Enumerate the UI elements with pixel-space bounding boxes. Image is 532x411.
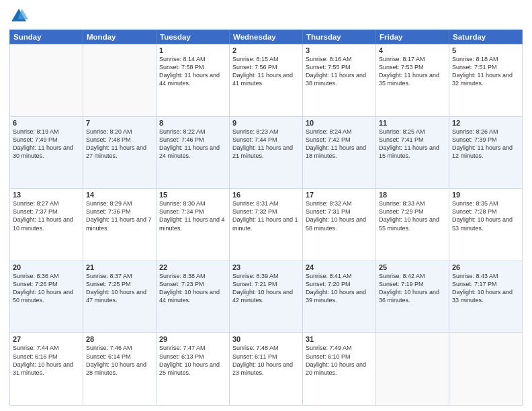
weekday-header-saturday: Saturday	[449, 30, 523, 44]
day-info: Sunrise: 8:37 AM Sunset: 7:25 PM Dayligh…	[86, 272, 153, 305]
day-info: Sunrise: 8:39 AM Sunset: 7:21 PM Dayligh…	[232, 272, 300, 305]
calendar-cell	[10, 44, 83, 117]
day-info: Sunrise: 8:19 AM Sunset: 7:49 PM Dayligh…	[13, 128, 80, 161]
day-number: 2	[232, 46, 300, 54]
day-number: 29	[159, 335, 226, 343]
day-info: Sunrise: 8:41 AM Sunset: 7:20 PM Dayligh…	[306, 272, 373, 305]
week-row-2: 13Sunrise: 8:27 AM Sunset: 7:37 PM Dayli…	[10, 189, 523, 261]
day-number: 14	[86, 191, 153, 199]
calendar-cell: 8Sunrise: 8:22 AM Sunset: 7:46 PM Daylig…	[157, 116, 230, 189]
header	[9, 7, 523, 26]
calendar-cell: 19Sunrise: 8:35 AM Sunset: 7:28 PM Dayli…	[449, 189, 523, 261]
day-number: 15	[159, 191, 226, 199]
day-info: Sunrise: 8:26 AM Sunset: 7:39 PM Dayligh…	[452, 128, 519, 161]
logo-icon	[9, 7, 28, 26]
day-number: 26	[452, 263, 519, 271]
calendar-cell: 7Sunrise: 8:20 AM Sunset: 7:48 PM Daylig…	[83, 116, 157, 189]
day-number: 28	[86, 335, 153, 343]
calendar-cell: 21Sunrise: 8:37 AM Sunset: 7:25 PM Dayli…	[83, 261, 157, 333]
day-number: 7	[86, 119, 153, 127]
day-number: 10	[306, 119, 373, 127]
calendar-cell: 23Sunrise: 8:39 AM Sunset: 7:21 PM Dayli…	[230, 261, 303, 333]
day-info: Sunrise: 8:31 AM Sunset: 7:32 PM Dayligh…	[232, 199, 300, 232]
calendar-cell: 13Sunrise: 8:27 AM Sunset: 7:37 PM Dayli…	[10, 189, 83, 261]
day-info: Sunrise: 8:18 AM Sunset: 7:51 PM Dayligh…	[452, 55, 519, 88]
calendar-cell: 10Sunrise: 8:24 AM Sunset: 7:42 PM Dayli…	[303, 116, 376, 189]
calendar-cell: 20Sunrise: 8:36 AM Sunset: 7:26 PM Dayli…	[10, 261, 83, 333]
calendar-cell: 12Sunrise: 8:26 AM Sunset: 7:39 PM Dayli…	[449, 116, 523, 189]
day-info: Sunrise: 8:32 AM Sunset: 7:31 PM Dayligh…	[306, 199, 373, 232]
day-number: 13	[13, 191, 80, 199]
calendar-cell: 2Sunrise: 8:15 AM Sunset: 7:56 PM Daylig…	[230, 44, 303, 117]
day-info: Sunrise: 8:14 AM Sunset: 7:58 PM Dayligh…	[159, 55, 226, 88]
day-info: Sunrise: 8:15 AM Sunset: 7:56 PM Dayligh…	[232, 55, 300, 88]
calendar-cell: 16Sunrise: 8:31 AM Sunset: 7:32 PM Dayli…	[230, 189, 303, 261]
calendar-cell	[83, 44, 157, 117]
day-info: Sunrise: 8:20 AM Sunset: 7:48 PM Dayligh…	[86, 128, 153, 161]
calendar-cell: 15Sunrise: 8:30 AM Sunset: 7:34 PM Dayli…	[157, 189, 230, 261]
day-info: Sunrise: 8:42 AM Sunset: 7:19 PM Dayligh…	[379, 272, 446, 305]
day-info: Sunrise: 8:22 AM Sunset: 7:46 PM Dayligh…	[159, 128, 226, 161]
calendar-cell: 31Sunrise: 7:49 AM Sunset: 6:10 PM Dayli…	[303, 333, 376, 406]
day-number: 4	[379, 46, 446, 54]
day-number: 5	[452, 46, 519, 54]
day-number: 23	[232, 263, 300, 271]
calendar-cell: 26Sunrise: 8:43 AM Sunset: 7:17 PM Dayli…	[449, 261, 523, 333]
weekday-header-row: SundayMondayTuesdayWednesdayThursdayFrid…	[10, 30, 523, 44]
day-number: 22	[159, 263, 226, 271]
day-number: 21	[86, 263, 153, 271]
week-row-0: 1Sunrise: 8:14 AM Sunset: 7:58 PM Daylig…	[10, 44, 523, 117]
day-info: Sunrise: 8:16 AM Sunset: 7:55 PM Dayligh…	[306, 55, 373, 88]
day-info: Sunrise: 8:17 AM Sunset: 7:53 PM Dayligh…	[379, 55, 446, 88]
calendar-cell: 9Sunrise: 8:23 AM Sunset: 7:44 PM Daylig…	[230, 116, 303, 189]
calendar-cell: 11Sunrise: 8:25 AM Sunset: 7:41 PM Dayli…	[376, 116, 449, 189]
day-number: 11	[379, 119, 446, 127]
day-number: 1	[159, 46, 226, 54]
day-info: Sunrise: 8:38 AM Sunset: 7:23 PM Dayligh…	[159, 272, 226, 305]
day-number: 8	[159, 119, 226, 127]
day-number: 18	[379, 191, 446, 199]
day-info: Sunrise: 8:27 AM Sunset: 7:37 PM Dayligh…	[13, 199, 80, 232]
day-number: 17	[306, 191, 373, 199]
calendar-table: SundayMondayTuesdayWednesdayThursdayFrid…	[9, 30, 523, 406]
weekday-header-sunday: Sunday	[10, 30, 83, 44]
calendar-cell	[449, 333, 523, 406]
calendar-cell: 4Sunrise: 8:17 AM Sunset: 7:53 PM Daylig…	[376, 44, 449, 117]
calendar-cell: 25Sunrise: 8:42 AM Sunset: 7:19 PM Dayli…	[376, 261, 449, 333]
page: SundayMondayTuesdayWednesdayThursdayFrid…	[0, 0, 532, 411]
calendar-cell: 17Sunrise: 8:32 AM Sunset: 7:31 PM Dayli…	[303, 189, 376, 261]
weekday-header-wednesday: Wednesday	[230, 30, 303, 44]
day-info: Sunrise: 8:25 AM Sunset: 7:41 PM Dayligh…	[379, 128, 446, 161]
calendar-cell: 29Sunrise: 7:47 AM Sunset: 6:13 PM Dayli…	[157, 333, 230, 406]
day-number: 20	[13, 263, 80, 271]
day-number: 25	[379, 263, 446, 271]
day-info: Sunrise: 8:36 AM Sunset: 7:26 PM Dayligh…	[13, 272, 80, 305]
day-info: Sunrise: 7:44 AM Sunset: 6:16 PM Dayligh…	[13, 344, 80, 377]
calendar-cell: 24Sunrise: 8:41 AM Sunset: 7:20 PM Dayli…	[303, 261, 376, 333]
day-info: Sunrise: 8:30 AM Sunset: 7:34 PM Dayligh…	[159, 199, 226, 232]
calendar-cell: 22Sunrise: 8:38 AM Sunset: 7:23 PM Dayli…	[157, 261, 230, 333]
day-info: Sunrise: 8:35 AM Sunset: 7:28 PM Dayligh…	[452, 199, 519, 232]
calendar-cell: 27Sunrise: 7:44 AM Sunset: 6:16 PM Dayli…	[10, 333, 83, 406]
day-number: 24	[306, 263, 373, 271]
weekday-header-monday: Monday	[83, 30, 157, 44]
day-number: 16	[232, 191, 300, 199]
day-info: Sunrise: 8:23 AM Sunset: 7:44 PM Dayligh…	[232, 128, 300, 161]
day-info: Sunrise: 8:43 AM Sunset: 7:17 PM Dayligh…	[452, 272, 519, 305]
calendar-cell: 1Sunrise: 8:14 AM Sunset: 7:58 PM Daylig…	[157, 44, 230, 117]
week-row-4: 27Sunrise: 7:44 AM Sunset: 6:16 PM Dayli…	[10, 333, 523, 406]
calendar-cell: 18Sunrise: 8:33 AM Sunset: 7:29 PM Dayli…	[376, 189, 449, 261]
day-info: Sunrise: 7:49 AM Sunset: 6:10 PM Dayligh…	[306, 344, 373, 377]
day-info: Sunrise: 8:29 AM Sunset: 7:36 PM Dayligh…	[86, 199, 153, 232]
day-number: 30	[232, 335, 300, 343]
calendar-cell: 6Sunrise: 8:19 AM Sunset: 7:49 PM Daylig…	[10, 116, 83, 189]
day-info: Sunrise: 7:46 AM Sunset: 6:14 PM Dayligh…	[86, 344, 153, 377]
day-info: Sunrise: 7:48 AM Sunset: 6:11 PM Dayligh…	[232, 344, 300, 377]
day-number: 9	[232, 119, 300, 127]
day-number: 31	[306, 335, 373, 343]
calendar-cell	[376, 333, 449, 406]
day-info: Sunrise: 7:47 AM Sunset: 6:13 PM Dayligh…	[159, 344, 226, 377]
calendar-cell: 28Sunrise: 7:46 AM Sunset: 6:14 PM Dayli…	[83, 333, 157, 406]
calendar-cell: 14Sunrise: 8:29 AM Sunset: 7:36 PM Dayli…	[83, 189, 157, 261]
calendar-cell: 3Sunrise: 8:16 AM Sunset: 7:55 PM Daylig…	[303, 44, 376, 117]
